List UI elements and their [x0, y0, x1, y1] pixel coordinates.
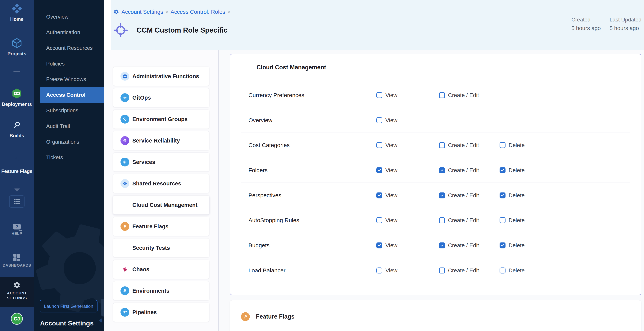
- permission-checkbox[interactable]: [500, 168, 506, 173]
- permission-checkbox[interactable]: [376, 192, 382, 198]
- module-card-gitops[interactable]: GitOps: [113, 88, 209, 107]
- permission-checkbox[interactable]: [439, 268, 445, 274]
- module-picker-button[interactable]: [9, 196, 24, 208]
- permission-checkbox[interactable]: [376, 268, 382, 274]
- module-card-security-tests[interactable]: Security Tests: [113, 238, 209, 258]
- permission-checkbox[interactable]: [376, 142, 382, 148]
- permission-checkbox[interactable]: [439, 142, 445, 148]
- permission-row-currency-preferences: Currency Preferences View Create / Edit: [241, 83, 630, 108]
- resource-name: Folders: [248, 167, 268, 174]
- module-list-pane: Administrative Functions GitOps Environm…: [104, 50, 218, 331]
- module-card-environments[interactable]: Environments: [113, 281, 209, 300]
- sidebar-item-organizations[interactable]: Organizations: [34, 134, 104, 150]
- module-card-services[interactable]: Services: [113, 152, 209, 172]
- permission-checkbox[interactable]: [439, 168, 445, 173]
- nav-rail-label: Projects: [8, 51, 26, 56]
- permission-checkbox[interactable]: [439, 218, 445, 223]
- permission-checkbox[interactable]: [500, 218, 506, 223]
- permission-checkbox[interactable]: [500, 192, 506, 198]
- module-icon-slot: [120, 158, 130, 166]
- module-card-service-reliability[interactable]: Service Reliability: [113, 131, 209, 150]
- module-label: Chaos: [132, 266, 150, 272]
- nav-rail-label: Builds: [10, 133, 24, 138]
- permission-checkbox[interactable]: [439, 92, 445, 98]
- home-icon: [11, 3, 23, 14]
- permission-checkbox[interactable]: [376, 218, 382, 223]
- permission-checkbox[interactable]: [376, 92, 382, 98]
- sidebar-item-subscriptions[interactable]: Subscriptions: [34, 103, 104, 118]
- nav-rail-item-help[interactable]: ? HELP: [0, 224, 34, 236]
- breadcrumb-separator: >: [166, 9, 168, 15]
- feature-flags-icon: [241, 312, 250, 321]
- sidebar-menu: Overview Authentication Account Resource…: [34, 9, 104, 165]
- module-card-chaos[interactable]: Chaos: [113, 260, 209, 279]
- permission-checkbox[interactable]: [376, 242, 382, 248]
- sidebar-item-freeze-windows[interactable]: Freeze Windows: [34, 72, 104, 87]
- permission-checkbox[interactable]: [500, 268, 506, 274]
- created-value: 5 hours ago: [572, 24, 601, 32]
- sidebar-item-label: Account Resources: [46, 45, 93, 51]
- breadcrumb-link-account-settings[interactable]: Account Settings: [122, 9, 163, 15]
- module-card-feature-flags[interactable]: Feature Flags: [113, 217, 209, 236]
- permission-checkbox[interactable]: [439, 192, 445, 198]
- sidebar-item-access-control[interactable]: Access Control: [40, 87, 104, 103]
- resource-name: Overview: [248, 117, 272, 124]
- permission-cell-budgets-create-edit: Create / Edit: [439, 242, 479, 248]
- sidebar-item-overview[interactable]: Overview: [34, 9, 104, 25]
- nav-rail-item-account-settings[interactable]: ACCOUNT SETTINGS: [0, 277, 34, 307]
- sidebar-title: Account Settings: [40, 320, 94, 327]
- nav-rail-label: HELP: [12, 232, 22, 236]
- sidebar-collapse-arrow[interactable]: [99, 318, 102, 323]
- permission-cell-load-balancer-delete: Delete: [500, 268, 525, 274]
- module-card-cloud-cost-management[interactable]: $ Cloud Cost Management: [113, 196, 209, 214]
- module-card-environment-groups[interactable]: Environment Groups: [113, 110, 209, 129]
- permission-label: Create / Edit: [448, 92, 479, 98]
- builds-icon: [11, 119, 23, 131]
- sidebar-item-tickets[interactable]: Tickets: [34, 150, 104, 165]
- permission-checkbox[interactable]: [376, 168, 382, 173]
- role-meta: Created 5 hours ago Last Updated 5 hours…: [572, 15, 642, 32]
- permission-label: Delete: [508, 268, 525, 274]
- module-icon-slot: [120, 115, 130, 124]
- module-card-shared-resources[interactable]: Shared Resources: [113, 174, 209, 193]
- sidebar-item-policies[interactable]: Policies: [34, 56, 104, 72]
- deployments-icon: [11, 87, 23, 100]
- permission-checkbox[interactable]: [500, 142, 506, 148]
- module-card-administrative-functions[interactable]: Administrative Functions: [113, 67, 209, 86]
- module-icon-slot: $: [120, 201, 130, 209]
- resource-name: Load Balancer: [248, 267, 286, 274]
- nav-rail-item-feature-flags[interactable]: Feature Flags: [0, 154, 34, 174]
- permission-checkbox[interactable]: [376, 117, 382, 123]
- launch-first-generation-button[interactable]: Launch First Generation: [40, 300, 98, 312]
- module-card-pipelines[interactable]: Pipelines: [113, 303, 209, 322]
- sidebar-item-authentication[interactable]: Authentication: [34, 25, 104, 40]
- permission-checkbox[interactable]: [439, 242, 445, 248]
- permission-cell-autostopping-rules-delete: Delete: [500, 217, 525, 224]
- module-icon-slot: [120, 244, 130, 252]
- page-header: Account Settings > Access Control: Roles…: [111, 0, 644, 50]
- last-updated-value: 5 hours ago: [610, 24, 642, 32]
- nav-rail-item-dashboards[interactable]: DASHBOARDS: [0, 254, 34, 268]
- permission-label: Delete: [508, 217, 525, 224]
- nav-rail-item-builds[interactable]: Builds: [0, 119, 34, 138]
- permission-cell-folders-delete: Delete: [500, 167, 525, 174]
- avatar[interactable]: CJ: [11, 313, 23, 325]
- nav-rail-label: Feature Flags: [1, 168, 32, 174]
- sidebar-item-audit-trail[interactable]: Audit Trail: [34, 118, 104, 134]
- permission-rows: Currency Preferences View Create / Edit …: [230, 83, 641, 283]
- nav-rail-item-home[interactable]: Home: [0, 3, 34, 22]
- nav-rail-item-projects[interactable]: Projects: [0, 37, 34, 56]
- permission-label: Create / Edit: [448, 192, 479, 198]
- sidebar-item-account-resources[interactable]: Account Resources: [34, 40, 104, 56]
- sidebar-item-label: Policies: [46, 61, 64, 67]
- nav-rail-item-deployments[interactable]: Deployments: [0, 87, 34, 107]
- module-label: Security Tests: [132, 245, 170, 251]
- permission-checkbox[interactable]: [500, 242, 506, 248]
- cloud-cost-management-panel: $ Cloud Cost Management Currency Prefere…: [230, 54, 641, 295]
- module-label: Services: [132, 159, 155, 165]
- breadcrumb: Account Settings > Access Control: Roles…: [114, 8, 230, 15]
- chevron-down-icon[interactable]: [14, 188, 20, 192]
- role-crosshair-icon: [113, 23, 128, 38]
- breadcrumb-link-access-control-roles[interactable]: Access Control: Roles: [170, 9, 225, 15]
- module-icon-slot: [120, 179, 130, 188]
